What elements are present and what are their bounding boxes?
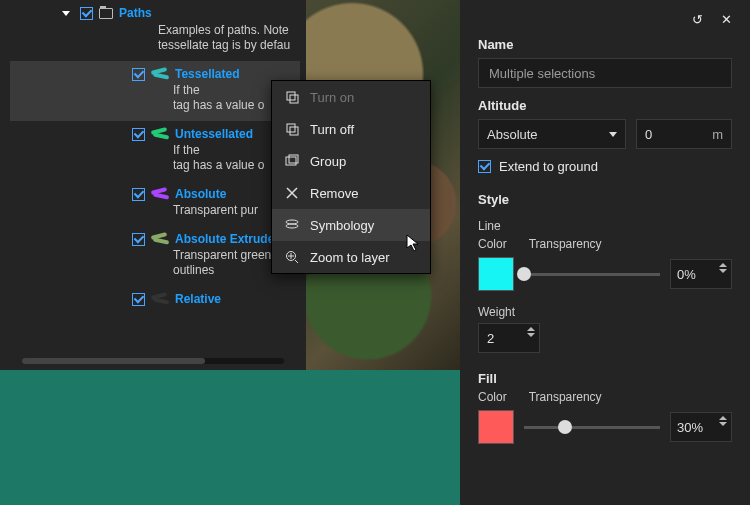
path-icon [151, 189, 169, 199]
line-color-label: Color [478, 237, 507, 251]
layer-checkbox[interactable] [132, 128, 145, 141]
cursor-icon [406, 234, 420, 252]
name-input[interactable]: Multiple selections [478, 58, 732, 88]
layer-checkbox[interactable] [132, 68, 145, 81]
context-menu-item[interactable]: Group [272, 145, 430, 177]
weight-input[interactable]: 2 [478, 323, 540, 353]
layer-item[interactable]: UntessellatedIf thetag has a value o [10, 121, 300, 181]
altitude-unit: m [712, 127, 723, 142]
context-menu-label: Turn off [310, 122, 354, 137]
svg-point-6 [286, 220, 298, 224]
layer-label[interactable]: Untessellated [175, 127, 253, 141]
context-menu-label: Remove [310, 186, 358, 201]
path-icon [151, 129, 169, 139]
layer-checkbox[interactable] [132, 293, 145, 306]
svg-rect-2 [287, 124, 295, 132]
layer-tree: Paths Examples of paths. Notetessellate … [0, 0, 306, 306]
svg-rect-3 [290, 127, 298, 135]
turnon-icon [284, 89, 300, 105]
layer-item[interactable]: Relative [10, 286, 300, 306]
weight-label: Weight [478, 305, 732, 319]
extend-label: Extend to ground [499, 159, 598, 174]
fill-transparency-slider[interactable] [524, 412, 660, 442]
svg-point-7 [286, 224, 298, 228]
context-menu-label: Turn on [310, 90, 354, 105]
line-color-swatch[interactable] [478, 257, 514, 291]
style-label: Style [478, 192, 732, 207]
turnoff-icon [284, 121, 300, 137]
svg-rect-4 [286, 157, 296, 165]
layer-label[interactable]: Tessellated [175, 67, 239, 81]
folder-description: Examples of paths. Notetessellate tag is… [10, 22, 300, 61]
context-menu-item[interactable]: Remove [272, 177, 430, 209]
altitude-mode-select[interactable]: Absolute [478, 119, 626, 149]
name-input-placeholder: Multiple selections [489, 66, 595, 81]
fill-color-label: Color [478, 390, 507, 404]
layer-label[interactable]: Absolute [175, 187, 226, 201]
layers-panel: Paths Examples of paths. Notetessellate … [0, 0, 306, 370]
expand-icon[interactable] [62, 11, 70, 16]
remove-icon [284, 185, 300, 201]
layer-checkbox[interactable] [132, 233, 145, 246]
zoom-icon [284, 249, 300, 265]
layer-label[interactable]: Relative [175, 292, 221, 306]
context-menu-label: Symbology [310, 218, 374, 233]
layer-label[interactable]: Absolute Extrude [175, 232, 274, 246]
folder-row[interactable]: Paths [10, 0, 300, 22]
fill-transparency-label: Transparency [529, 390, 602, 404]
extend-checkbox[interactable] [478, 160, 491, 173]
spinner-icon[interactable] [719, 263, 727, 273]
line-transparency-slider[interactable] [524, 259, 660, 289]
altitude-value: 0 [645, 127, 652, 142]
folder-icon [99, 8, 113, 19]
style-icon [284, 217, 300, 233]
layer-item[interactable]: AbsoluteTransparent pur [10, 181, 300, 226]
layer-item[interactable]: TessellatedIf thetag has a value o [10, 61, 300, 121]
layer-item[interactable]: Absolute ExtrudeTransparent green voutli… [10, 226, 300, 286]
svg-rect-1 [290, 95, 298, 103]
svg-rect-0 [287, 92, 295, 100]
properties-panel: ↺ ✕ Name Multiple selections Altitude Ab… [460, 0, 750, 505]
context-menu-label: Group [310, 154, 346, 169]
close-icon[interactable]: ✕ [721, 12, 732, 27]
spinner-icon[interactable] [719, 416, 727, 426]
fill-heading: Fill [478, 371, 732, 386]
reset-icon[interactable]: ↺ [692, 12, 703, 27]
altitude-mode-value: Absolute [487, 127, 538, 142]
folder-checkbox[interactable] [80, 7, 93, 20]
context-menu-label: Zoom to layer [310, 250, 389, 265]
altitude-label: Altitude [478, 98, 732, 113]
context-menu-item: Turn on [272, 81, 430, 113]
fill-transparency-input[interactable]: 30% [670, 412, 732, 442]
context-menu-item[interactable]: Turn off [272, 113, 430, 145]
path-icon [151, 234, 169, 244]
path-icon [151, 294, 169, 304]
group-icon [284, 153, 300, 169]
line-transparency-input[interactable]: 0% [670, 259, 732, 289]
horizontal-scrollbar[interactable] [22, 358, 284, 364]
layer-checkbox[interactable] [132, 188, 145, 201]
name-label: Name [478, 37, 732, 52]
fill-color-swatch[interactable] [478, 410, 514, 444]
path-icon [151, 69, 169, 79]
chevron-down-icon [609, 132, 617, 137]
folder-label[interactable]: Paths [119, 6, 152, 20]
altitude-value-input[interactable]: 0 m [636, 119, 732, 149]
svg-rect-5 [289, 155, 298, 163]
line-heading: Line [478, 219, 732, 233]
line-transparency-label: Transparency [529, 237, 602, 251]
spinner-icon[interactable] [527, 327, 535, 337]
